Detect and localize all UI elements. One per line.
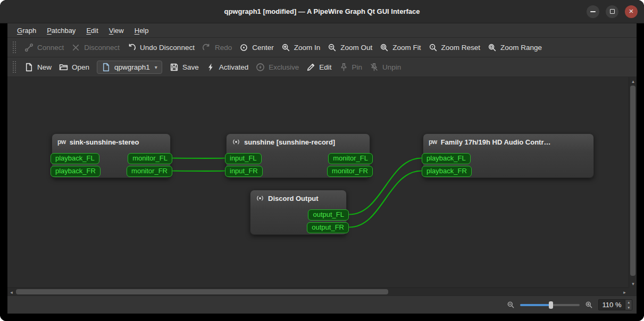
menu-patchbay[interactable]: Patchbay	[41, 23, 81, 37]
menu-edit[interactable]: Edit	[81, 23, 103, 37]
connect-icon	[24, 43, 34, 52]
node-sunshine-record[interactable]: sunshine [sunshine-record] input_FL inpu…	[226, 133, 370, 178]
scrollbar-corner	[629, 288, 637, 295]
open-button[interactable]: Open	[59, 63, 89, 72]
close-icon: ×	[629, 7, 634, 15]
zoom-slider-handle[interactable]	[549, 301, 553, 309]
vertical-scrollbar-thumb[interactable]	[630, 86, 635, 276]
maximize-button[interactable]	[606, 5, 618, 18]
disconnect-button: Disconnect	[71, 43, 120, 52]
port-playback-fr[interactable]: playback_FR	[422, 166, 472, 177]
port-playback-fl[interactable]: playback_FL	[422, 153, 471, 164]
close-button[interactable]: ×	[625, 5, 638, 18]
port-monitor-fl[interactable]: monitor_FL	[328, 153, 373, 164]
undo-disconnect-button[interactable]: Undo Disconnect	[127, 43, 195, 52]
patchbay-toolbar: New Open qpwgraph1 ▾ Save Activated	[7, 57, 637, 77]
zoom-in-icon[interactable]	[585, 301, 593, 309]
unpin-icon	[370, 63, 379, 72]
node-title: Discord Output	[268, 195, 319, 202]
zoom-fit-button[interactable]: Zoom Fit	[380, 43, 421, 52]
port-monitor-fl[interactable]: monitor_FL	[128, 153, 172, 164]
exclusive-button: Exclusive	[256, 63, 299, 72]
zoom-value[interactable]: 110 %	[598, 299, 626, 310]
zoom-out-icon[interactable]	[507, 301, 515, 309]
unpin-button: Unpin	[370, 63, 401, 72]
zoom-slider-fill	[520, 304, 551, 306]
zoom-reset-button[interactable]: Zoom Reset	[429, 43, 481, 52]
redo-icon	[202, 43, 211, 52]
zoom-reset-icon	[429, 43, 438, 52]
new-file-icon	[24, 63, 34, 72]
port-output-fl[interactable]: output_FL	[308, 209, 349, 221]
port-monitor-fr[interactable]: monitor_FR	[127, 166, 172, 177]
zoom-out-icon	[328, 43, 337, 52]
window-controls: ×	[587, 0, 638, 23]
undo-icon	[127, 43, 136, 52]
center-button[interactable]: Center	[239, 43, 274, 52]
save-button[interactable]: Save	[170, 63, 199, 72]
open-folder-icon	[59, 63, 68, 72]
exclusive-bolt-icon	[256, 63, 265, 72]
new-button[interactable]: New	[24, 63, 52, 72]
zoom-fit-icon	[380, 43, 389, 52]
connection-output-fr-playback-fr[interactable]	[349, 171, 421, 227]
minimize-icon	[590, 11, 596, 12]
disconnect-icon	[71, 43, 80, 52]
menu-view[interactable]: View	[104, 23, 129, 37]
window-frame: Graph Patchbay Edit View Help Connect Di…	[0, 23, 644, 321]
node-sink-sunshine-stereo[interactable]: pw sink-sunshine-stereo playback_FL play…	[52, 133, 171, 178]
zoom-range-button[interactable]: Zoom Range	[488, 43, 542, 52]
graph-toolbar: Connect Disconnect Undo Disconnect Redo …	[7, 38, 637, 57]
graph-canvas[interactable]: pw sink-sunshine-stereo playback_FL play…	[7, 77, 629, 288]
patchbay-file-icon	[102, 63, 111, 72]
scroll-left-arrow-icon[interactable]: ◂	[7, 288, 15, 296]
center-icon	[239, 43, 248, 52]
minimize-button[interactable]	[587, 5, 599, 18]
node-family-hd-audio[interactable]: pw Family 17h/19h HD Audio Contr… playba…	[423, 133, 594, 178]
save-icon	[170, 63, 179, 72]
content-area: pw sink-sunshine-stereo playback_FL play…	[7, 77, 637, 295]
node-title: Family 17h/19h HD Audio Contr…	[441, 138, 551, 146]
zoom-in-icon	[281, 43, 290, 52]
vertical-scrollbar[interactable]: ▴ ▾	[629, 77, 637, 288]
spin-up-icon[interactable]: ▴	[625, 300, 632, 305]
patchbay-select[interactable]: qpwgraph1 ▾	[97, 61, 162, 74]
menubar: Graph Patchbay Edit View Help	[7, 23, 637, 38]
edit-pencil-icon	[306, 63, 315, 72]
edit-button[interactable]: Edit	[306, 63, 331, 72]
pin-icon	[339, 63, 348, 72]
toolbar-grip[interactable]	[13, 61, 16, 73]
connect-button: Connect	[24, 43, 64, 52]
port-playback-fl[interactable]: playback_FL	[51, 153, 99, 164]
app-window: qpwgraph1 [modified] — A PipeWire Graph …	[0, 0, 644, 321]
port-input-fl[interactable]: input_FL	[225, 153, 262, 164]
port-input-fr[interactable]: input_FR	[225, 166, 263, 177]
zoom-range-icon	[488, 43, 497, 52]
horizontal-scrollbar-thumb[interactable]	[16, 289, 388, 294]
maximize-icon	[610, 9, 615, 14]
activated-button[interactable]: Activated	[206, 63, 249, 72]
pipewire-icon: pw	[57, 138, 66, 146]
node-title: sunshine [sunshine-record]	[244, 138, 335, 146]
menu-help[interactable]: Help	[129, 23, 154, 37]
port-output-fr[interactable]: output_FR	[307, 222, 349, 233]
zoom-slider[interactable]	[520, 301, 580, 309]
titlebar[interactable]: qpwgraph1 [modified] — A PipeWire Graph …	[0, 0, 644, 23]
scroll-up-arrow-icon[interactable]: ▴	[629, 77, 637, 85]
port-monitor-fr[interactable]: monitor_FR	[327, 166, 373, 177]
port-playback-fr[interactable]: playback_FR	[51, 166, 101, 177]
record-icon	[256, 194, 264, 202]
statusbar: 110 % ▴ ▾	[7, 295, 637, 314]
toolbar-grip[interactable]	[13, 41, 16, 53]
scroll-down-arrow-icon[interactable]: ▾	[629, 280, 637, 288]
node-discord-output[interactable]: Discord Output output_FL output_FR	[250, 190, 347, 235]
zoom-out-button[interactable]: Zoom Out	[328, 43, 372, 52]
zoom-in-button[interactable]: Zoom In	[281, 43, 321, 52]
window-title: qpwgraph1 [modified] — A PipeWire Graph …	[224, 7, 420, 15]
chevron-down-icon: ▾	[155, 64, 157, 70]
zoom-spinbox[interactable]: 110 % ▴ ▾	[598, 299, 632, 310]
horizontal-scrollbar[interactable]: ◂ ▸	[7, 288, 629, 295]
scroll-right-arrow-icon[interactable]: ▸	[621, 288, 629, 296]
spin-down-icon[interactable]: ▾	[625, 305, 632, 310]
menu-graph[interactable]: Graph	[12, 23, 41, 37]
